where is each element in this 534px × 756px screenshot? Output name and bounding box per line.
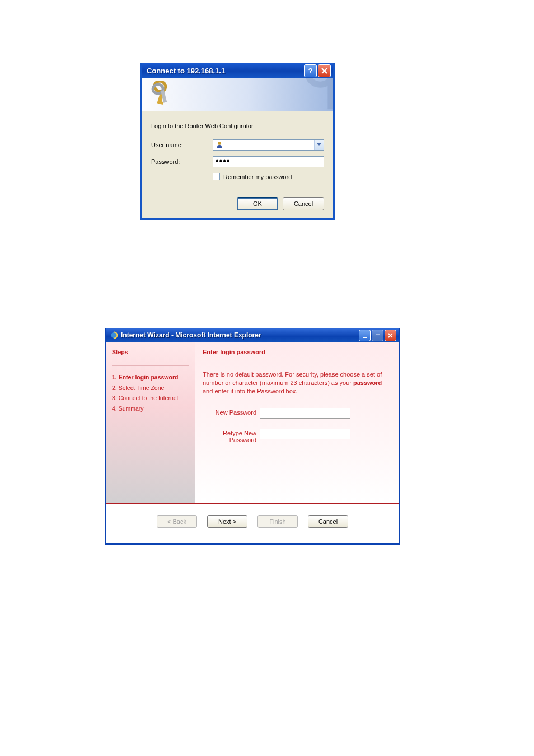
cancel-button[interactable]: Cancel (283, 197, 324, 210)
wizard-body: Steps 1. Enter login password 2. Select … (106, 342, 399, 503)
prompt-text: Login to the Router Web Configurator (151, 123, 324, 129)
retype-password-row: Retype New Password (203, 429, 391, 443)
wizard-content: Enter login password There is no default… (195, 342, 399, 503)
step-2: 2. Select Time Zone (112, 384, 189, 392)
password-row: Password: •••• (151, 156, 324, 167)
steps-sidebar: Steps 1. Enter login password 2. Select … (106, 342, 195, 503)
svg-point-7 (218, 142, 221, 145)
username-row: User name: (151, 139, 324, 151)
ok-button[interactable]: OK (237, 197, 278, 210)
steps-heading: Steps (112, 349, 189, 355)
retype-password-input[interactable] (260, 429, 350, 439)
wizard-window: Internet Wizard - Microsoft Internet Exp… (105, 328, 400, 545)
next-button[interactable]: Next > (207, 515, 247, 528)
window-title: Internet Wizard - Microsoft Internet Exp… (121, 331, 358, 339)
password-label: Password: (151, 158, 213, 165)
x-icon (321, 68, 327, 74)
connect-dialog: Connect to 192.168.1.1 ? (140, 63, 335, 220)
close-icon[interactable] (385, 330, 396, 341)
user-icon (213, 141, 226, 149)
step-4: 4. Summary (112, 405, 189, 413)
button-row: OK Cancel (151, 197, 324, 210)
ie-icon (110, 331, 119, 340)
title-bar[interactable]: Connect to 192.168.1.1 ? (142, 63, 333, 78)
new-password-input[interactable] (260, 408, 350, 419)
retype-password-label: Retype New Password (203, 429, 260, 443)
maximize-icon[interactable] (372, 330, 383, 341)
watermark-key-icon (303, 78, 333, 111)
minimize-icon[interactable] (359, 330, 371, 341)
page-heading: Enter login password (203, 349, 391, 355)
remember-row: Remember my password (213, 173, 324, 180)
back-button: < Back (157, 515, 197, 528)
finish-button: Finish (257, 515, 298, 528)
step-3: 3. Connect to the Internet (112, 395, 189, 402)
dialog-body: Login to the Router Web Configurator Use… (142, 111, 333, 218)
keys-icon (149, 81, 175, 110)
step-1: 1. Enter login password (112, 374, 189, 382)
description-text: There is no default password. For securi… (203, 370, 391, 396)
window-title: Connect to 192.168.1.1 (147, 67, 303, 75)
title-bar[interactable]: Internet Wizard - Microsoft Internet Exp… (106, 328, 399, 342)
svg-rect-6 (327, 79, 333, 109)
new-password-label: New Password (203, 408, 260, 416)
new-password-row: New Password (203, 408, 391, 419)
username-label: User name: (151, 142, 213, 148)
dropdown-icon[interactable] (314, 140, 324, 150)
remember-label: Remember my password (223, 173, 292, 180)
cancel-button[interactable]: Cancel (308, 515, 348, 528)
divider (112, 365, 189, 366)
divider (203, 359, 391, 359)
banner-image (142, 78, 333, 111)
wizard-footer: < Back Next > Finish Cancel (106, 503, 399, 543)
close-icon[interactable] (318, 64, 331, 77)
help-icon[interactable]: ? (304, 64, 317, 77)
username-input[interactable] (213, 139, 324, 151)
remember-checkbox[interactable] (213, 173, 220, 180)
password-input[interactable]: •••• (213, 156, 324, 167)
